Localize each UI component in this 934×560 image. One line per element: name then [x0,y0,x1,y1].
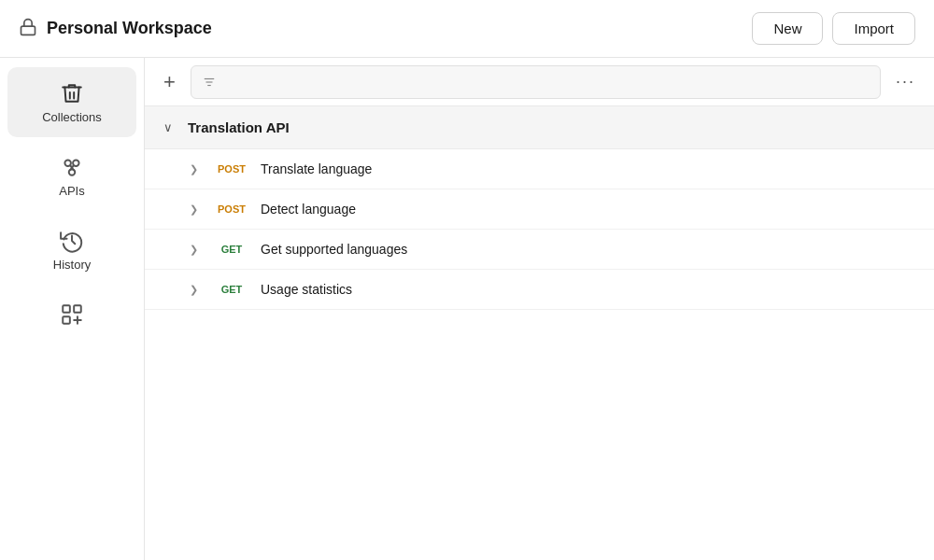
api-item[interactable]: ❯ POST Translate language [145,149,934,189]
add-icon [59,301,85,328]
api-items-container: ❯ POST Translate language ❯ POST Detect … [145,149,934,310]
collection-list: ∨ Translation API ❯ POST Translate langu… [145,106,934,560]
more-options-button[interactable]: ··· [890,68,921,95]
workspace-title: Personal Workspace [47,19,212,38]
apis-label: APIs [59,184,84,198]
svg-rect-0 [21,26,35,35]
method-badge-get: GET [214,284,249,295]
api-chevron-icon: ❯ [190,163,203,175]
method-badge-post: POST [214,163,249,175]
api-chevron-icon: ❯ [190,244,203,256]
api-name: Usage statistics [261,282,352,297]
filter-icon [203,76,216,89]
toolbar: + ··· [145,58,934,106]
new-button[interactable]: New [752,12,823,45]
header: Personal Workspace New Import [0,0,934,58]
svg-rect-6 [63,305,70,313]
sidebar-item-history[interactable]: History [7,215,136,285]
svg-rect-8 [63,316,70,324]
svg-rect-7 [74,305,81,313]
api-chevron-icon: ❯ [190,284,203,296]
collections-label: Collections [42,110,102,124]
search-bar[interactable] [191,65,881,99]
add-button[interactable]: + [158,68,181,96]
api-item[interactable]: ❯ GET Usage statistics [145,270,934,310]
method-badge-get: GET [214,244,249,255]
sidebar-item-collections[interactable]: Collections [7,67,136,137]
sidebar-item-apis[interactable]: APIs [7,141,136,211]
lock-icon [19,18,37,40]
history-label: History [53,258,91,272]
api-name: Detect language [261,202,356,217]
history-icon [59,228,85,254]
import-button[interactable]: Import [832,12,915,45]
content-area: + ··· ∨ Translation API ❯ POST Translate… [145,58,934,560]
collection-name: Translation API [188,119,290,135]
api-chevron-icon: ❯ [190,203,203,216]
api-name: Get supported languages [261,242,407,257]
collections-icon [59,80,85,106]
collection-header[interactable]: ∨ Translation API [145,106,934,149]
header-buttons: New Import [752,12,915,45]
header-left: Personal Workspace [19,18,212,40]
sidebar-item-add[interactable] [7,288,136,341]
api-item[interactable]: ❯ GET Get supported languages [145,230,934,270]
main-layout: Collections APIs [0,58,934,560]
api-item[interactable]: ❯ POST Detect language [145,189,934,230]
collection-chevron-icon: ∨ [163,120,178,134]
api-name: Translate language [261,161,372,176]
sidebar: Collections APIs [0,58,145,560]
method-badge-post: POST [214,203,249,215]
apis-icon [59,154,85,180]
